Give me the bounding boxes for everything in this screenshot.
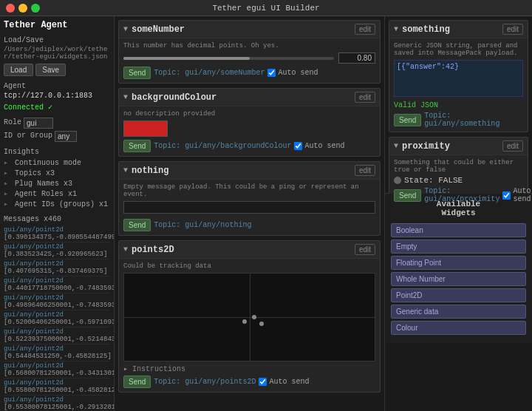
maximize-button[interactable] xyxy=(31,4,40,13)
proximity-auto-send-checkbox[interactable] xyxy=(502,191,511,200)
points2d-send-button[interactable]: Send xyxy=(123,376,151,388)
title-bar: Tether egui UI Builder xyxy=(0,0,532,16)
some-number-send-row: Send Topic: gui/any/someNumber Auto send xyxy=(123,67,375,79)
insights-section: Insights ▸ Continuous mode ▸ Topics x3 ▸… xyxy=(4,148,110,209)
points2d-send-row: Send Topic: gui/any/points2D Auto send xyxy=(123,376,375,388)
widget-type-button[interactable]: Boolean xyxy=(391,223,526,237)
collapse-icon: ▼ xyxy=(123,245,128,254)
nothing-input[interactable] xyxy=(123,201,375,214)
insights-title: Insights xyxy=(4,148,110,156)
something-send-row: Send Topic: gui/any/something xyxy=(394,112,523,128)
valid-json-label: Valid JSON xyxy=(394,101,523,109)
close-button[interactable] xyxy=(6,4,15,13)
something-body: Generic JSON string, parsed and saved in… xyxy=(389,38,528,132)
widget-type-button[interactable]: Colour xyxy=(391,321,526,335)
points2d-auto-send[interactable]: Auto send xyxy=(259,378,309,386)
some-number-header: ▼ someNumber edit xyxy=(119,21,380,38)
minimize-button[interactable] xyxy=(18,4,27,13)
nothing-topic: Topic: gui/any/nothing xyxy=(154,221,251,229)
message-value: [0.38352342S,-0.920965623] xyxy=(4,251,107,258)
widget-type-button[interactable]: Generic data xyxy=(391,305,526,319)
topics-item[interactable]: ▸ Topics x3 xyxy=(4,168,110,178)
nothing-widget: ▼ nothing edit Empty message payload. Th… xyxy=(118,161,381,236)
file-path: /Users/jediplex/work/tether/tether-egui/… xyxy=(4,46,110,61)
collapse-icon: ▼ xyxy=(123,166,128,174)
instructions-toggle[interactable]: ▸ Instructions xyxy=(123,364,375,373)
points2d-edit-button[interactable]: edit xyxy=(355,244,375,255)
load-save-section: Load/Save /Users/jediplex/work/tether/te… xyxy=(4,36,110,76)
proximity-edit-button[interactable]: edit xyxy=(502,140,523,152)
save-button[interactable]: Save xyxy=(35,64,66,76)
nothing-desc: Empty message payload. This could be a p… xyxy=(123,183,375,198)
message-item: gui/any/point2d[0.52239375000001,-0.5214… xyxy=(4,327,110,344)
continuous-mode-item[interactable]: ▸ Continuous mode xyxy=(4,157,110,168)
topics-label: Topics x3 xyxy=(15,169,55,177)
some-number-send-button[interactable]: Send xyxy=(123,67,151,79)
widget-type-button[interactable]: Whole Number xyxy=(391,272,526,286)
some-number-auto-send[interactable]: Auto send xyxy=(267,69,318,77)
background-colour-auto-send[interactable]: Auto send xyxy=(294,142,344,150)
id-input[interactable] xyxy=(55,131,77,142)
message-value: [0.39013437S,-0.898554487499999] xyxy=(4,234,115,241)
role-input[interactable] xyxy=(24,118,53,129)
background-colour-send-row: Send Topic: gui/any/backgroundColour Aut… xyxy=(123,140,375,152)
message-topic: gui/any/point2d xyxy=(4,345,64,353)
load-button[interactable]: Load xyxy=(4,64,33,76)
some-number-widget: ▼ someNumber edit This number has decima… xyxy=(118,20,381,84)
agent-roles-label: Agent Roles x1 xyxy=(15,190,77,198)
something-json-input[interactable]: [{"answer":42} xyxy=(394,60,523,97)
points2d-auto-send-checkbox[interactable] xyxy=(259,378,267,386)
traffic-lights xyxy=(6,4,40,13)
message-topic: gui/any/point2d xyxy=(4,362,64,370)
points2d-canvas xyxy=(123,273,375,361)
message-topic: gui/any/point2d xyxy=(4,311,64,319)
some-number-topic: Topic: gui/any/someNumber xyxy=(154,69,265,77)
widget-type-button[interactable]: Point2D xyxy=(391,288,526,302)
main-layout: Tether Agent Load/Save /Users/jediplex/w… xyxy=(0,16,532,411)
message-value: [0.55380078125001,-0.291328125000001] xyxy=(4,404,115,411)
collapse-icon: ▼ xyxy=(394,142,398,150)
some-number-auto-send-checkbox[interactable] xyxy=(267,69,276,77)
app-title: Tether egui UI Builder xyxy=(212,4,319,13)
message-value: [0.54484531250,-0.45828125] xyxy=(4,353,112,360)
some-number-slider[interactable] xyxy=(123,57,334,60)
background-colour-send-button[interactable]: Send xyxy=(123,140,151,152)
role-section: Role ID or Group xyxy=(4,118,110,142)
something-send-button[interactable]: Send xyxy=(394,114,421,126)
message-value: [0.55800781250001,-0.45828125] xyxy=(4,387,115,394)
point-dot xyxy=(252,315,256,319)
plug-names-item[interactable]: ▸ Plug Names x3 xyxy=(4,178,110,188)
background-colour-edit-button[interactable]: edit xyxy=(355,92,375,103)
agent-ids-item[interactable]: ▸ Agent IDs (groups) x1 xyxy=(4,199,110,209)
widget-type-button[interactable]: Floating Point xyxy=(391,256,526,270)
proximity-send-button[interactable]: Send xyxy=(394,189,421,202)
background-colour-body: no description provided Send Topic: gui/… xyxy=(119,106,380,156)
some-number-edit-button[interactable]: edit xyxy=(355,24,375,35)
nothing-edit-button[interactable]: edit xyxy=(355,165,375,176)
message-item: gui/any/point2d[0.52006406250001,-0.5971… xyxy=(4,310,110,327)
agent-roles-item[interactable]: ▸ Agent Roles x1 xyxy=(4,188,110,199)
colour-swatch[interactable] xyxy=(123,120,168,137)
points2d-auto-send-label: Auto send xyxy=(269,378,309,386)
message-topic: gui/any/point2d xyxy=(4,379,64,387)
points2d-desc: Could be tracking data xyxy=(123,262,375,270)
agent-ids-label: Agent IDs (groups) x1 xyxy=(15,200,108,208)
nothing-title: nothing xyxy=(132,166,355,176)
proximity-auto-send[interactable]: Auto send xyxy=(502,187,531,203)
state-label: State: FALSE xyxy=(404,176,463,185)
point-dot xyxy=(242,319,247,324)
load-save-label: Load/Save xyxy=(4,36,110,44)
message-value: [0.40769531S,-0.837469375] xyxy=(4,268,107,275)
background-colour-header: ▼ backgroundColour edit xyxy=(119,89,380,106)
something-topic: Topic: gui/any/something xyxy=(424,112,523,128)
something-edit-button[interactable]: edit xyxy=(502,24,523,35)
widget-type-button[interactable]: Empty xyxy=(391,240,526,254)
nothing-send-button[interactable]: Send xyxy=(123,219,151,231)
message-item: gui/any/point2d[0.55380078125001,-0.2913… xyxy=(4,395,110,411)
background-colour-auto-send-checkbox[interactable] xyxy=(294,142,302,150)
grid-line-v xyxy=(250,274,250,361)
something-desc: Generic JSON string, parsed and saved in… xyxy=(394,42,523,57)
center-panel: ▼ someNumber edit This number has decima… xyxy=(115,16,384,411)
some-number-input[interactable] xyxy=(338,52,375,64)
message-item: gui/any/point2d[0.56800781250001,-0.3431… xyxy=(4,361,110,378)
